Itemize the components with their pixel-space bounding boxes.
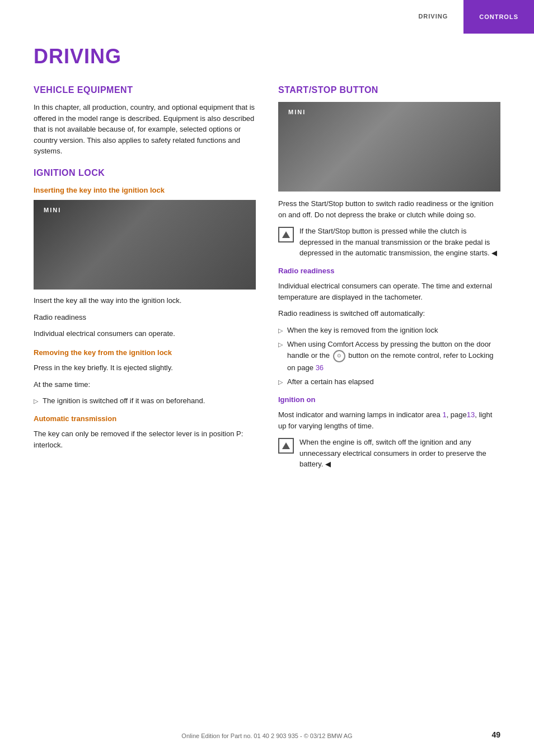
vehicle-equipment-title: VEHICLE EQUIPMENT <box>34 85 256 95</box>
radio-readiness-bullet-list: ▷ When the key is removed from the ignit… <box>278 325 500 388</box>
start-stop-title: START/STOP BUTTON <box>278 85 500 95</box>
page-content: DRIVING VEHICLE EQUIPMENT In this chapte… <box>0 0 534 510</box>
bullet-item-2: ▷ When using Comfort Access by pressing … <box>278 339 500 373</box>
right-column: START/STOP BUTTON Press the Start/Stop b… <box>278 85 500 477</box>
header-tabs: DRIVING CONTROLS <box>402 0 534 34</box>
removing-body2: At the same time: <box>34 379 256 390</box>
removing-title: Removing the key from the ignition lock <box>34 347 256 358</box>
back-symbol: ◀ <box>491 249 497 257</box>
ignition-on-title: Ignition on <box>278 394 500 405</box>
note-icon-2 <box>278 438 294 454</box>
inserting-title: Inserting the key into the ignition lock <box>34 185 256 196</box>
bullet-arrow-2: ▷ <box>278 340 283 349</box>
area-link[interactable]: 1 <box>442 410 446 419</box>
radio-readiness-body2: Radio readiness is switched off automati… <box>278 308 500 319</box>
ignition-lock-title: IGNITION LOCK <box>34 168 256 178</box>
tab-driving-label: DRIVING <box>418 13 448 20</box>
note-box-2: When the engine is off, switch off the i… <box>278 437 500 470</box>
start-stop-image-content <box>278 102 500 192</box>
back-symbol-2: ◀ <box>325 460 331 468</box>
ignition-lock-image <box>34 200 256 290</box>
auto-trans-body: The key can only be removed if the selec… <box>34 428 256 450</box>
vehicle-equipment-body: In this chapter, all production, country… <box>34 102 256 157</box>
ignition-lock-image-content <box>34 200 256 290</box>
ignition-on-body: Most indicator and warning lamps in indi… <box>278 409 500 431</box>
locking-link[interactable]: 36 <box>316 363 324 372</box>
vehicle-equipment-section: VEHICLE EQUIPMENT In this chapter, all p… <box>34 85 256 157</box>
inserting-body3: Individual electrical consumers can oper… <box>34 328 256 339</box>
radio-readiness-title: Radio readiness <box>278 265 500 277</box>
page13-link[interactable]: 13 <box>467 410 475 419</box>
note-text-2: When the engine is off, switch off the i… <box>299 437 500 470</box>
inserting-body1: Insert the key all the way into the igni… <box>34 295 256 306</box>
two-column-layout: VEHICLE EQUIPMENT In this chapter, all p… <box>34 85 500 477</box>
tab-controls[interactable]: CONTROLS <box>463 0 534 34</box>
footer-text: Online Edition for Part no. 01 40 2 903 … <box>181 732 352 739</box>
note-box-1: If the Start/Stop button is pressed whil… <box>278 226 500 259</box>
inserting-body2: Radio readiness <box>34 312 256 323</box>
removing-body1: Press in the key briefly. It is ejected … <box>34 362 256 374</box>
triangle-icon-2 <box>282 442 290 449</box>
page-title: DRIVING <box>34 45 500 68</box>
removing-bullet-list: ▷ The ignition is switched off if it was… <box>34 395 256 407</box>
start-stop-image <box>278 102 500 192</box>
removing-bullet-1: ▷ The ignition is switched off if it was… <box>34 395 256 407</box>
note-icon-1 <box>278 227 294 242</box>
triangle-icon <box>282 231 290 238</box>
bullet-2-text: When using Comfort Access by pressing th… <box>287 339 500 373</box>
ignition-lock-section: IGNITION LOCK Inserting the key into the… <box>34 168 256 451</box>
removing-bullet-1-text: The ignition is switched off if it was o… <box>43 395 205 407</box>
note-text-1: If the Start/Stop button is pressed whil… <box>299 226 500 259</box>
bullet-3-text: After a certain has elapsed <box>287 376 374 388</box>
bullet-1-text: When the key is removed from the ignitio… <box>287 325 438 336</box>
radio-readiness-body1: Individual electrical consumers can oper… <box>278 281 500 302</box>
remote-icon: ⊙ <box>333 350 345 362</box>
tab-controls-label: CONTROLS <box>479 13 518 20</box>
footer: Online Edition for Part no. 01 40 2 903 … <box>0 732 534 739</box>
auto-trans-title: Automatic transmission <box>34 413 256 424</box>
tab-driving[interactable]: DRIVING <box>402 0 463 34</box>
note1-text: If the Start/Stop button is pressed whil… <box>299 227 490 257</box>
bullet-arrow-1: ▷ <box>278 326 283 335</box>
bullet-item-3: ▷ After a certain has elapsed <box>278 376 500 388</box>
start-stop-body1: Press the Start/Stop button to switch ra… <box>278 198 500 220</box>
bullet-arrow-icon: ▷ <box>34 396 38 406</box>
page-number: 49 <box>491 730 500 739</box>
bullet-arrow-3: ▷ <box>278 377 283 387</box>
left-column: VEHICLE EQUIPMENT In this chapter, all p… <box>34 85 256 477</box>
bullet-item-1: ▷ When the key is removed from the ignit… <box>278 325 500 336</box>
